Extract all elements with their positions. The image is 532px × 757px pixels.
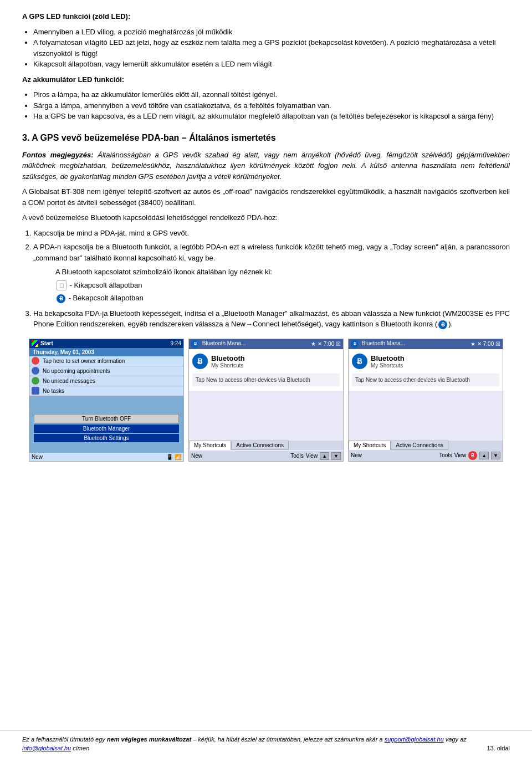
menu-item-messages[interactable]: No unread messages <box>29 376 183 386</box>
new-label1[interactable]: New <box>32 454 43 460</box>
menu-item-appointments[interactable]: No upcoming appointments <box>29 366 183 376</box>
section3-title: 3. A GPS vevő beüzemelése PDA-ban – Álta… <box>22 132 510 144</box>
bt-tools-label2[interactable]: Tools <box>290 453 303 459</box>
pda-date-bar: Thursday, May 01, 2003 <box>29 348 183 356</box>
menu-item-label1: Tap here to set owner information <box>43 358 125 364</box>
gps-led-title: A GPS LED funkciói (zöld LED): <box>22 11 510 22</box>
bt-title-block3: Bluetooth My Shortcuts <box>371 354 405 369</box>
bt-view-label3[interactable]: View <box>454 452 467 458</box>
windows-flag-icon <box>32 340 38 347</box>
pda-taskbar1: Start 9:24 <box>29 339 183 348</box>
bt-titlebar3: Ƀ Bluetooth Mana... ★ ✕ 7:00 ☒ <box>349 339 503 349</box>
icon-off-label: - Kikapcsolt állapotban <box>70 281 142 289</box>
accumulator-list: Piros a lámpa, ha az akkumulátor lemerül… <box>33 89 510 122</box>
menu-item-tasks[interactable]: No tasks <box>29 386 183 396</box>
bt-screen3: Ƀ Bluetooth Mana... ★ ✕ 7:00 ☒ Ƀ Bluetoo… <box>349 339 503 461</box>
bt-logo-icon3: Ƀ <box>352 354 367 369</box>
bt-new-label3[interactable]: New <box>351 452 362 458</box>
bt-tap-text2: Tap New to access other devices via Blue… <box>192 374 340 386</box>
bt-titlebar2: Ƀ Bluetooth Mana... ★ ✕ 7:00 ☒ <box>189 339 343 349</box>
bt-logo-row3: Ƀ Bluetooth My Shortcuts <box>352 351 499 371</box>
bt-highlighted-icon[interactable]: Ƀ <box>468 451 477 460</box>
bluetooth-icon-inline: Ƀ <box>438 320 447 329</box>
screenshot-bt-manager1: Ƀ Bluetooth Mana... ★ ✕ 7:00 ☒ Ƀ Bluetoo… <box>188 339 344 462</box>
bt-app-name3: Ƀ Bluetooth Mana... <box>351 340 405 348</box>
bt-subtitle2: My Shortcuts <box>211 362 245 369</box>
footer: Ez a felhasználói útmutató egy nem végle… <box>0 730 532 757</box>
gps-led-list: Amennyiben a LED villog, a pozíció megha… <box>33 27 510 70</box>
bt-icon-off-row: ☐ - Kikapcsolt állapotban <box>55 280 510 291</box>
bt-view-label2[interactable]: View <box>306 453 318 459</box>
menu-icon3 <box>32 377 39 385</box>
start-button[interactable]: Start <box>32 340 53 347</box>
menu-icon4 <box>32 387 39 395</box>
bt-nav-down2[interactable]: ▼ <box>331 452 341 460</box>
start-label: Start <box>40 340 53 346</box>
bt-title2: Bluetooth <box>211 354 245 362</box>
turn-bluetooth-off-button[interactable]: Turn Bluetooth OFF <box>34 414 179 423</box>
menu-item-owner[interactable]: Tap here to set owner information <box>29 356 183 366</box>
bt-tools-label3[interactable]: Tools <box>439 452 452 458</box>
page-number: 13. oldal <box>487 744 510 753</box>
step2: A PDA-n kapcsolja be a Bluetooth funkció… <box>33 242 510 304</box>
menu-item-label4: No tasks <box>43 388 64 394</box>
bt-time3: ★ ✕ 7:00 ☒ <box>470 341 500 347</box>
bt-content2: Ƀ Bluetooth My Shortcuts Tap New to acce… <box>189 349 343 391</box>
footer-link1[interactable]: support@globalsat.hu <box>385 736 444 743</box>
bluetooth-manager-button[interactable]: Bluetooth Manager <box>34 424 179 433</box>
menu-item-label2: No upcoming appointments <box>43 368 110 374</box>
bt-bottom-bar2: New Tools View ▲ ▼ <box>189 451 343 461</box>
screenshot-bt-manager2: Ƀ Bluetooth Mana... ★ ✕ 7:00 ☒ Ƀ Bluetoo… <box>348 339 503 462</box>
list-item: Kikapcsolt állapotban, vagy lemerült akk… <box>33 59 510 70</box>
bt-logo-small2: Ƀ <box>191 340 199 348</box>
bt-tools-row2: Tools View ▲ ▼ <box>290 452 341 460</box>
icon-on-label: - Bekapcsolt állapotban <box>69 294 144 302</box>
bt-logo-icon2: Ƀ <box>192 354 208 369</box>
bt-title-block2: Bluetooth My Shortcuts <box>211 354 245 369</box>
pda-screen1: Start 9:24 Thursday, May 01, 2003 Tap he… <box>29 339 183 461</box>
pda-icons-bar1: 📱 📶 <box>166 454 181 460</box>
list-item: Ha a GPS be van kapcsolva, és a LED nem … <box>33 111 510 122</box>
section3-intro: Fontos megjegyzés: Általánosságban a GPS… <box>22 150 510 182</box>
bluetooth-on-icon: Ƀ <box>57 294 65 303</box>
pda-new-bar1: New 📱 📶 <box>29 453 183 461</box>
bluetooth-settings-button[interactable]: Bluetooth Settings <box>34 434 179 442</box>
tab-active-connections2[interactable]: Active Connections <box>231 441 289 450</box>
bt-bottom-bar3: New Tools View Ƀ ▲ ▼ <box>349 450 503 461</box>
screenshots-row: Start 9:24 Thursday, May 01, 2003 Tap he… <box>22 339 510 462</box>
bt-tap-text3: Tap New to access other devices via Blue… <box>352 374 499 386</box>
accumulator-title: Az akkumulátor LED funkciói: <box>22 74 510 85</box>
tab-active-connections3[interactable]: Active Connections <box>391 441 448 450</box>
menu-icon1 <box>32 357 39 365</box>
footer-link2[interactable]: info@globalsat.hu <box>22 745 71 751</box>
step1: Kapcsolja be mind a PDA-ját, mind a GPS … <box>33 228 510 239</box>
bt-nav-down3[interactable]: ▼ <box>491 452 500 459</box>
bt-logo-row2: Ƀ Bluetooth My Shortcuts <box>192 351 340 371</box>
list-item: Sárga a lámpa, amennyiben a vevő töltőre… <box>33 100 510 111</box>
bt-content3: Ƀ Bluetooth My Shortcuts Tap New to acce… <box>349 349 503 391</box>
bt-subtitle3: My Shortcuts <box>371 362 405 369</box>
bt-icon-on-row: Ƀ - Bekapcsolt állapotban <box>55 293 510 304</box>
screenshot-pda-start: Start 9:24 Thursday, May 01, 2003 Tap he… <box>29 339 184 462</box>
list-item: A folyamatosan világító LED azt jelzi, h… <box>33 37 510 59</box>
bt-buttons-container: Turn Bluetooth OFF Bluetooth Manager Blu… <box>29 412 183 444</box>
globalsat-text: A Globalsat BT-308 nem igényel telepítő-… <box>22 186 510 208</box>
bluetooth-off-icon: ☐ <box>57 280 66 290</box>
bt-logo-small3: Ƀ <box>351 340 359 348</box>
tab-my-shortcuts3[interactable]: My Shortcuts <box>349 441 391 450</box>
bt-nav-up3[interactable]: ▲ <box>479 452 489 459</box>
footer-text-start: Ez a felhasználói útmutató egy nem végle… <box>22 736 467 751</box>
bt-nav-up2[interactable]: ▲ <box>320 452 329 460</box>
steps-list: Kapcsolja be mind a PDA-ját, mind a GPS … <box>33 228 510 330</box>
menu-item-label3: No unread messages <box>43 378 95 384</box>
main-content: A GPS LED funkciói (zöld LED): Amennyibe… <box>22 11 510 504</box>
taskbar-time1: 9:24 <box>171 340 181 346</box>
menu-icon2 <box>32 367 39 375</box>
bt-screen2: Ƀ Bluetooth Mana... ★ ✕ 7:00 ☒ Ƀ Bluetoo… <box>189 339 343 461</box>
bt-new-label2[interactable]: New <box>191 453 202 459</box>
bt-app-name2: Ƀ Bluetooth Mana... <box>191 340 245 348</box>
bt-time2: ★ ✕ 7:00 ☒ <box>311 341 341 347</box>
bt-tabs3: My Shortcuts Active Connections <box>349 441 503 450</box>
list-item: Amennyiben a LED villog, a pozíció megha… <box>33 27 510 38</box>
tab-my-shortcuts2[interactable]: My Shortcuts <box>189 441 231 450</box>
